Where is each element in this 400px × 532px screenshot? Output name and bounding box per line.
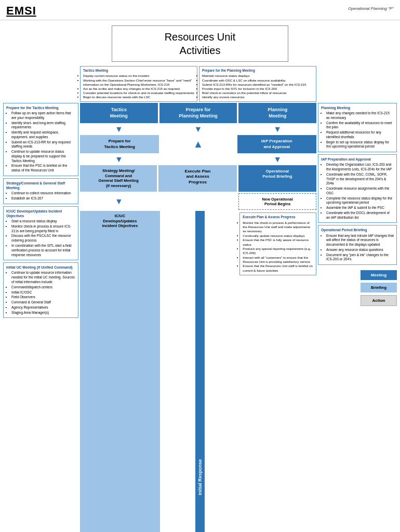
list-item: Continue to update resource status displ… <box>11 150 75 163</box>
left-panel: Prepare for the Tactics Meeting Follow u… <box>3 103 78 532</box>
note-list: Make any changes needed to the ICS-215 a… <box>321 111 394 149</box>
initial-response-column: Initial Response <box>162 211 238 532</box>
diagram-row-4: IC/UCDevelops/UpdatesIncident Objectives… <box>80 211 316 532</box>
list-item: Initial IC/OSC <box>11 290 75 295</box>
list-item: Confirm the availability of resources to… <box>326 121 394 130</box>
new-ops-period-box: New OperationalPeriod Begins <box>238 193 316 210</box>
list-item: Answer any resource status questions <box>326 248 394 252</box>
center-arrow-area: ▲ <box>161 135 235 153</box>
list-item: Field Observers <box>11 295 75 300</box>
list-item: Provide input to the SITL for inclusion … <box>202 87 313 91</box>
right-panel: Planning Meeting Make any changes needed… <box>318 103 397 532</box>
arrow-down-3: ▼ <box>238 125 316 134</box>
list-item: Ensure that the PSC is briefed on the st… <box>11 164 75 173</box>
title-box: Resources Unit Activities <box>112 25 288 62</box>
note-title: Initial UC Meeting (if Unified Command) <box>6 265 75 270</box>
list-item: Ensure that any last minute IAP changes … <box>326 234 394 247</box>
execute-note-right: Execute Plan & Assess Progress Monitor t… <box>239 211 316 532</box>
list-item: Staging Area Manager(s) <box>11 311 75 315</box>
page-title: Resources Unit Activities <box>121 30 279 57</box>
diagram-row-2: Prepare forTactics Meeting ▲ IAP Prepara… <box>80 135 316 153</box>
execute-plan-box: Execute Planand AssessProgress <box>158 165 236 192</box>
list-item: Complete the resource status display for… <box>326 196 394 206</box>
list-item: Continually update resource status displ… <box>243 234 313 238</box>
arrow-down-5: ▼ <box>238 155 316 164</box>
legend-action: Action <box>361 295 397 306</box>
note-list: Follow up on any open action items that … <box>6 111 75 173</box>
arrow-down-2: ▼ <box>159 125 237 134</box>
top-note-prepare-planning-list: Maintain resource status displays Coordi… <box>202 74 313 99</box>
top-note-tactics-title: Tactics Meeting <box>83 69 194 73</box>
list-item: Interact with all "customers" to ensure … <box>243 256 313 264</box>
subtitle: Operational Planning "P" <box>348 6 394 11</box>
header: EMSI Operational Planning "P" <box>0 0 400 20</box>
list-item: Submit ICS-213-RRs for resources identif… <box>202 83 313 87</box>
list-item: Discuss with the PSC/LSC the resource or… <box>11 234 75 243</box>
top-note-prepare-planning: Prepare for the Planning Meeting Maintai… <box>199 66 316 102</box>
list-item: Ensure that the PSC is fully aware of re… <box>243 238 313 247</box>
note-title: IC/UC Develops/Updates Incident Objectiv… <box>6 209 75 218</box>
execute-note-list: Monitor the check-in process & performan… <box>243 221 313 273</box>
top-note-tactics: Tactics Meeting Display current resource… <box>80 66 197 102</box>
legend-meeting: Meeting <box>361 270 397 280</box>
list-item: Follow up on any open action items that … <box>11 111 75 121</box>
planning-meeting-box: PlanningMeeting <box>238 103 316 123</box>
list-item: Command/dispatch centers <box>11 285 75 290</box>
list-item: Request additional resources for any ide… <box>326 130 394 140</box>
list-item: Ensure that the Resources Unit staff is … <box>243 264 313 273</box>
legend: Meeting Briefing Action <box>318 270 397 306</box>
list-item: Working with the Operations Section Chie… <box>83 78 194 87</box>
list-item: Establish an ICS-207 <box>11 196 75 201</box>
ops-period-briefing-box: OperationalPeriod Briefing <box>238 165 316 192</box>
icu-develops-box: IC/UCDevelops/UpdatesIncident Objectives <box>80 211 160 532</box>
diagram-row-3: Strategy Meeting/Command andGeneral Staf… <box>80 165 316 192</box>
list-item: Monitor the check-in process & performan… <box>243 221 313 234</box>
left-note-icu-develops: IC/UC Develops/Updates Incident Objectiv… <box>3 206 78 260</box>
list-item: Brief check-in recorders on the potentia… <box>202 91 313 95</box>
arrow-down-6: ▼ <box>80 197 158 206</box>
list-item: Identify and request workspace, equipmen… <box>11 130 75 140</box>
initial-response-label: Initial Response <box>195 211 205 532</box>
list-item: Develop the Organization List, ICS-203 a… <box>326 163 394 172</box>
diagram-arrows-2: ▼ ▼ <box>80 155 316 164</box>
execute-note-title: Execute Plan & Assess Progress <box>243 215 313 220</box>
note-list: Start a resource status display Monitor … <box>6 219 75 257</box>
list-item: Consider potential locations for check-i… <box>83 91 194 95</box>
note-list: Develop the Organization List, ICS-203 a… <box>321 163 394 220</box>
list-item: Monitor check-in process & ensure ICS-21… <box>11 224 75 234</box>
list-item: Agency Representatives <box>11 305 75 310</box>
list-item: Begin to discuss resources needs with th… <box>83 95 194 99</box>
logo: EMSI <box>6 4 36 18</box>
list-item: Produce any special reporting requiremen… <box>243 247 313 256</box>
prepare-tactics-box: Prepare forTactics Meeting <box>80 135 159 153</box>
list-item: Begin to set up resource status display … <box>326 140 394 150</box>
list-item: Coordinate resource assignments with the… <box>326 187 394 196</box>
note-list: Ensure that any last minute IAP changes … <box>321 234 394 262</box>
prepare-planning-box: Prepare forPlanning Meeting <box>159 103 237 123</box>
left-note-strategy: Strategy/Command & General Staff Meeting… <box>3 178 78 204</box>
arrow-down-1: ▼ <box>80 125 158 134</box>
list-item: Command & General Staff <box>11 300 75 305</box>
list-item: Make any changes needed to the ICS-215 a… <box>326 111 394 121</box>
note-list: Continue to update resource information … <box>6 271 75 315</box>
note-title: Prepare for the Tactics Meeting <box>6 105 75 110</box>
list-item: Coordinate with the OSC, COML, SOFR, THS… <box>326 172 394 186</box>
iap-prep-box: IAP Preparationand Approval <box>237 135 316 153</box>
center-panel: TacticsMeeting Prepare forPlanning Meeti… <box>80 103 316 532</box>
main-content: Prepare for the Tactics Meeting Follow u… <box>0 103 400 532</box>
note-list: Continue to collect resource information… <box>6 191 75 201</box>
list-item: Continue to update resource information … <box>11 271 75 284</box>
list-item: Display current resource status on the i… <box>83 74 194 78</box>
right-note-iap: IAP Preparation and Approval Develop the… <box>318 154 397 223</box>
top-note-prepare-planning-title: Prepare for the Planning Meeting <box>202 69 313 73</box>
initial-response-text: Initial Response <box>197 459 203 495</box>
left-note-prepare-tactics: Prepare for the Tactics Meeting Follow u… <box>3 103 78 176</box>
list-item: Identify short- and long-term staffing r… <box>11 121 75 130</box>
top-note-tactics-list: Display current resource status on the i… <box>83 74 194 99</box>
list-item: Maintain resource status displays <box>202 74 313 78</box>
new-ops-period: New OperationalPeriod Begins <box>238 193 316 210</box>
arrow-down-4: ▼ <box>80 155 158 164</box>
note-title: Planning Meeting <box>321 105 394 110</box>
diagram-arrows-1: ▼ ▼ ▼ <box>80 125 316 134</box>
list-item: Coordinate with OSC & LSC on offsite res… <box>202 78 313 83</box>
